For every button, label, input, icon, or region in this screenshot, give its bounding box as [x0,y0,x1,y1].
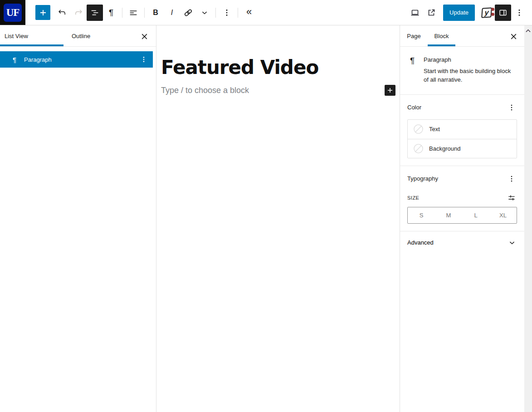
settings-tabs: Page Block [400,25,524,47]
block-card-title: Paragraph [424,56,516,63]
sidebar-columns-icon [498,8,508,18]
add-block-button[interactable] [385,85,395,96]
laptop-icon [410,7,420,18]
paragraph-icon: ¶ [407,56,424,84]
redo-icon [73,8,83,18]
yoast-status-dots [491,8,494,16]
block-card: ¶ Paragraph Start with the basic buildin… [400,47,524,95]
list-view-panel: List View Outline ¶ Paragraph [0,25,156,412]
block-card-text: Paragraph Start with the basic building … [424,56,517,84]
settings-sidebar: Page Block ¶ Paragraph Start with the ba… [400,25,524,412]
color-controls: Text Background [407,119,517,158]
color-options-button[interactable] [506,102,517,113]
close-icon [510,33,517,40]
close-icon [141,33,148,40]
toolbar-separator [144,8,145,18]
color-section-title: Color [407,104,421,111]
chevron-down-icon [507,238,517,248]
tab-outline[interactable]: Outline [63,25,127,46]
bold-button[interactable]: B [147,5,164,21]
color-row-label: Text [429,126,440,132]
kebab-icon [139,55,148,64]
vertical-scrollbar[interactable] [524,25,532,412]
link-icon [183,7,194,18]
undo-icon [57,8,67,18]
tab-block[interactable]: Block [428,25,455,46]
editor-options-button[interactable] [511,5,527,21]
chevron-up-icon [526,29,531,33]
font-size-s-button[interactable]: S [408,207,435,223]
color-section-header: Color [407,102,517,113]
tab-list-view[interactable]: List View [0,25,63,46]
scroll-up-button[interactable] [524,25,532,34]
font-size-m-button[interactable]: M [435,207,462,223]
block-inserter-toggle-button[interactable] [35,5,50,20]
collapse-toolbar-button[interactable]: « [241,5,257,21]
editor-top-toolbar: UF ¶ [0,0,532,25]
site-logo-button[interactable]: UF [0,0,25,25]
update-button[interactable]: Update [443,5,475,21]
font-size-l-button[interactable]: L [462,207,489,223]
list-view-icon [90,8,100,18]
italic-button[interactable]: I [164,5,180,21]
kebab-icon [514,8,524,18]
size-label: SIZE [407,195,419,201]
wordpress-block-editor: UF ¶ [0,0,532,412]
list-view-item-paragraph[interactable]: ¶ Paragraph [0,51,153,68]
settings-sidebar-toggle-button[interactable] [495,5,511,21]
advanced-section-title: Advanced [407,239,434,246]
font-size-segmented-control: S M L XL [407,207,517,224]
italic-icon: I [171,9,173,17]
list-view-tabs: List View Outline [0,25,156,47]
typography-section: Typography SIZE [400,166,524,231]
block-type-paragraph-button[interactable]: ¶ [103,5,119,21]
link-button[interactable] [180,5,196,21]
typography-section-title: Typography [407,175,438,182]
size-settings-button[interactable] [506,192,517,203]
kebab-icon [507,103,516,112]
document-overview-button[interactable] [87,5,103,21]
font-size-xl-button[interactable]: XL [489,207,517,223]
no-color-swatch-icon [413,124,424,134]
color-section: Color Text [400,95,524,166]
collapse-icon: « [246,7,252,18]
align-button[interactable] [125,5,142,21]
more-formatting-dropdown-button[interactable] [196,5,213,21]
size-row: SIZE [407,192,517,203]
tab-page[interactable]: Page [400,25,428,46]
block-card-description: Start with the basic building block of a… [424,67,516,84]
yoast-seo-button[interactable]: y [478,5,495,21]
block-options-button[interactable] [219,5,235,21]
close-settings-button[interactable] [508,31,519,42]
list-view-body: ¶ Paragraph [0,47,156,68]
background-color-button[interactable]: Background [408,139,517,158]
plus-icon [386,87,394,94]
no-color-swatch-icon [413,143,424,154]
uf-logo: UF [4,4,22,22]
typography-options-button[interactable] [506,173,517,184]
undo-button[interactable] [54,5,70,21]
kebab-icon [507,174,516,183]
advanced-section-toggle[interactable]: Advanced [400,231,524,254]
editor-workspace: List View Outline ¶ Paragraph [0,25,532,412]
toolbar-separator [122,8,122,18]
list-item-options-button[interactable] [139,55,148,64]
view-post-button[interactable] [423,5,439,21]
paragraph-icon: ¶ [109,8,113,18]
redo-button[interactable] [70,5,87,21]
color-row-label: Background [429,145,460,152]
text-color-button[interactable]: Text [408,120,517,139]
block-appender: Type / to choose a block [161,85,395,96]
yoast-icon: y [481,7,492,18]
list-item-label: Paragraph [24,56,52,63]
plus-icon [39,8,48,17]
close-list-view-button[interactable] [139,31,150,42]
kebab-icon [222,8,232,18]
post-title[interactable]: Featured Video [161,57,395,78]
toolbar-separator [238,8,238,18]
bold-icon: B [153,9,158,17]
empty-block-placeholder[interactable]: Type / to choose a block [161,86,249,95]
preview-device-button[interactable] [407,5,423,21]
sliders-icon [507,193,516,202]
external-link-icon [426,7,437,18]
